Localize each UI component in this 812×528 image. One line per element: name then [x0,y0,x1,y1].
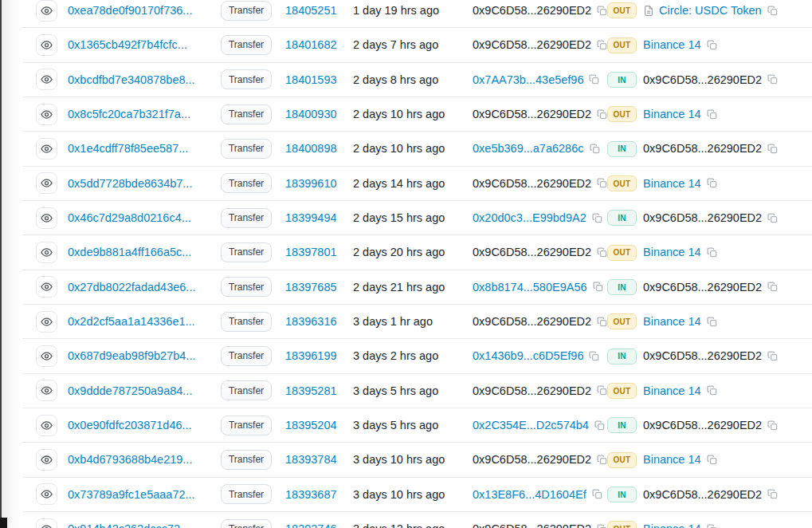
method-button[interactable]: Transfer [221,519,272,528]
copy-icon[interactable] [597,247,607,258]
block-link[interactable]: 18397685 [285,281,353,294]
from-address[interactable]: 0x13E8F6...4D1604Ef [473,488,586,501]
txn-hash-link[interactable]: 0xea78de0f90170f736... [68,4,221,17]
block-link[interactable]: 18405251 [285,4,353,17]
method-button[interactable]: Transfer [221,380,272,400]
copy-icon[interactable] [707,109,717,120]
method-button[interactable]: Transfer [221,208,272,228]
copy-icon[interactable] [707,178,717,188]
txn-hash-link[interactable]: 0x8c5fc20ca7b321f7a... [68,108,221,120]
method-button[interactable]: Transfer [221,35,272,55]
copy-icon[interactable] [593,282,603,292]
method-button[interactable]: Transfer [221,173,272,193]
copy-icon[interactable] [592,213,602,223]
block-link[interactable]: 18396199 [285,349,353,362]
to-address[interactable]: 0x9C6D58...26290ED2 [643,73,762,86]
to-address[interactable]: Binance 14 [643,177,701,190]
txn-hash-link[interactable]: 0x914b42c262dccc72... [68,522,221,528]
block-link[interactable]: 18401682 [285,38,353,51]
eye-button[interactable] [36,207,57,229]
to-address[interactable]: Binance 14 [643,38,701,51]
eye-button[interactable] [36,415,57,436]
from-address[interactable]: 0x9C6D58...26290ED2 [473,384,591,397]
from-address[interactable]: 0x1436b9...c6D5Ef96 [473,349,583,362]
method-button[interactable]: Transfer [221,69,272,89]
block-link[interactable]: 18395204 [285,419,353,431]
copy-icon[interactable] [707,524,717,528]
block-link[interactable]: 18392746 [285,522,353,528]
to-address[interactable]: Binance 14 [643,246,701,258]
from-address[interactable]: 0x9C6D58...26290ED2 [473,246,591,258]
copy-icon[interactable] [707,317,717,327]
block-link[interactable]: 18399494 [285,211,353,224]
copy-icon[interactable] [767,6,778,16]
copy-icon[interactable] [707,40,717,50]
from-address[interactable]: 0x7AA73b...43e5ef96 [473,73,583,86]
block-link[interactable]: 18397801 [285,246,353,258]
to-address[interactable]: 0x9C6D58...26290ED2 [643,488,762,501]
to-address[interactable]: 0x9C6D58...26290ED2 [643,142,762,155]
txn-hash-link[interactable]: 0x27db8022fadad43e6... [68,281,221,294]
from-address[interactable]: 0x2C354E...D2c574b4 [473,419,589,431]
to-address[interactable]: 0x9C6D58...26290ED2 [643,419,762,431]
txn-hash-link[interactable]: 0x5dd7728bde8634b7... [68,177,221,190]
to-address[interactable]: Binance 14 [643,384,701,397]
block-link[interactable]: 18401593 [285,73,353,86]
txn-hash-link[interactable]: 0x0e90fdfc203871d46... [68,419,221,431]
txn-hash-link[interactable]: 0x73789a9fc1e5aaa72... [68,488,221,501]
copy-icon[interactable] [589,351,599,361]
from-address[interactable]: 0x9C6D58...26290ED2 [473,177,591,190]
copy-icon[interactable] [597,40,607,50]
copy-icon[interactable] [594,420,605,431]
block-link[interactable]: 18395281 [285,384,353,397]
method-button[interactable]: Transfer [221,416,272,435]
block-link[interactable]: 18400898 [285,142,353,155]
txn-hash-link[interactable]: 0x9ddde787250a9a84... [68,384,221,397]
from-address[interactable]: 0x20d0c3...E99bd9A2 [473,211,586,224]
method-button[interactable]: Transfer [221,450,272,470]
eye-button[interactable] [36,138,57,160]
txn-hash-link[interactable]: 0xbcdfbd7e340878be8... [68,73,221,86]
txn-hash-link[interactable]: 0xde9b881a4ff166a5c... [68,246,221,258]
txn-hash-link[interactable]: 0x687d9eab98f9b27b4... [68,349,221,362]
txn-hash-link[interactable]: 0x2d2cf5aa1a14336e1... [68,315,221,328]
txn-hash-link[interactable]: 0x1e4cdff78f85ee587... [68,142,221,155]
copy-icon[interactable] [707,247,717,258]
to-address[interactable]: Circle: USDC Token [659,4,762,17]
from-address[interactable]: 0x9C6D58...26290ED2 [473,453,591,466]
block-link[interactable]: 18393784 [285,453,353,466]
eye-button[interactable] [36,34,57,56]
copy-icon[interactable] [597,524,607,528]
copy-icon[interactable] [767,420,778,431]
copy-icon[interactable] [597,455,607,465]
to-address[interactable]: Binance 14 [643,315,701,328]
eye-button[interactable] [36,311,57,333]
eye-button[interactable] [36,0,57,22]
from-address[interactable]: 0x8b8174...580E9A56 [473,281,587,294]
copy-icon[interactable] [767,144,778,154]
copy-icon[interactable] [597,178,607,188]
from-address[interactable]: 0x9C6D58...26290ED2 [473,315,591,328]
method-button[interactable]: Transfer [221,277,272,297]
from-address[interactable]: 0x9C6D58...26290ED2 [473,108,591,120]
method-button[interactable]: Transfer [221,139,272,159]
eye-button[interactable] [36,69,57,90]
block-link[interactable]: 18393687 [285,488,353,501]
to-address[interactable]: 0x9C6D58...26290ED2 [643,211,762,224]
copy-icon[interactable] [589,74,599,85]
eye-button[interactable] [36,345,57,367]
copy-icon[interactable] [707,385,717,396]
copy-icon[interactable] [767,351,778,361]
copy-icon[interactable] [767,489,778,499]
copy-icon[interactable] [597,6,607,16]
to-address[interactable]: Binance 14 [643,453,701,466]
block-link[interactable]: 18400930 [285,108,353,120]
eye-button[interactable] [36,380,57,401]
copy-icon[interactable] [597,109,607,120]
eye-button[interactable] [36,449,57,471]
from-address[interactable]: 0x9C6D58...26290ED2 [473,4,591,17]
eye-button[interactable] [36,172,57,194]
method-button[interactable]: Transfer [221,346,272,366]
copy-icon[interactable] [597,317,607,327]
copy-icon[interactable] [597,385,607,396]
